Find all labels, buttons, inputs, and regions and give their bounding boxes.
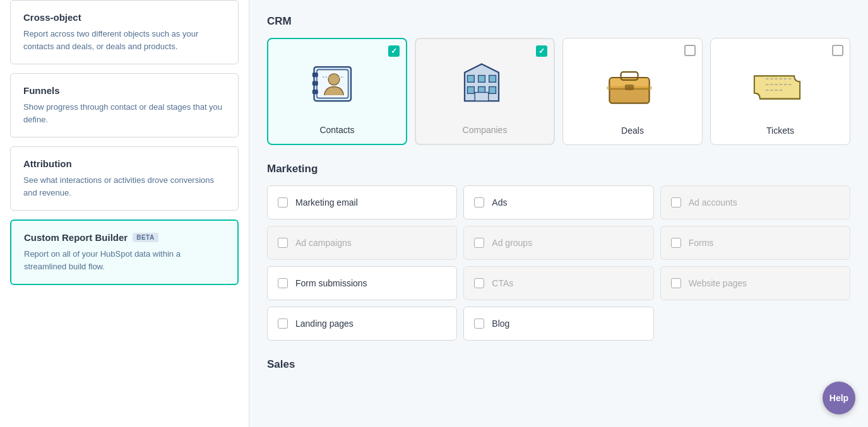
mkt-checkbox-ad-campaigns[interactable] — [278, 238, 288, 248]
mkt-card-ads[interactable]: Ads — [463, 185, 653, 219]
sidebar-card-desc-funnels: Show progress through contact or deal st… — [23, 101, 225, 126]
contacts-icon — [306, 56, 362, 112]
beta-badge: BETA — [133, 233, 158, 242]
mkt-card-marketing-email[interactable]: Marketing email — [267, 185, 457, 219]
svg-rect-15 — [475, 93, 489, 102]
crm-label-contacts: Contacts — [319, 125, 354, 135]
mkt-label-ctas: CTAs — [492, 278, 513, 288]
mkt-card-ctas: CTAs — [463, 266, 653, 300]
mkt-card-ad-groups: Ad groups — [463, 226, 653, 260]
mkt-card-blog[interactable]: Blog — [463, 307, 653, 341]
mkt-label-blog: Blog — [492, 319, 509, 329]
mkt-checkbox-blog[interactable] — [474, 319, 484, 329]
sidebar-card-desc-cross-object: Report across two different objects such… — [23, 28, 225, 52]
mkt-card-ad-accounts: Ad accounts — [660, 185, 850, 219]
mkt-card-website-pages: Website pages — [660, 266, 850, 300]
sidebar-card-custom-report-builder[interactable]: Custom Report Builder BETA Report on all… — [10, 219, 239, 285]
mkt-checkbox-forms[interactable] — [671, 238, 681, 248]
svg-rect-9 — [468, 76, 475, 83]
mkt-label-ad-accounts: Ad accounts — [689, 197, 737, 208]
mkt-card-forms: Forms — [660, 226, 850, 260]
crm-icon-contacts — [306, 56, 369, 119]
mkt-checkbox-ctas[interactable] — [474, 278, 484, 288]
mkt-card-landing-pages[interactable]: Landing pages — [267, 307, 457, 341]
help-button[interactable]: Help — [823, 382, 855, 414]
crm-icon-deals — [601, 56, 664, 119]
sidebar-card-title-cross-object: Cross-object — [23, 12, 225, 23]
tickets-icon — [749, 56, 806, 113]
crm-checkbox-contacts[interactable] — [388, 45, 400, 57]
sidebar-card-attribution[interactable]: Attribution See what interactions or act… — [10, 146, 239, 211]
marketing-grid: Marketing email Ads Ad accounts Ad campa… — [267, 185, 850, 341]
sidebar-card-title-custom-report-builder: Custom Report Builder BETA — [24, 232, 225, 243]
mkt-label-forms: Forms — [689, 238, 714, 248]
mkt-checkbox-ad-groups[interactable] — [474, 238, 484, 248]
svg-rect-10 — [479, 76, 485, 83]
mkt-label-ad-groups: Ad groups — [492, 238, 532, 248]
svg-rect-3 — [312, 81, 318, 86]
mkt-checkbox-ad-accounts[interactable] — [671, 197, 681, 208]
crm-grid: Contacts Companies Deals — [267, 38, 850, 145]
mkt-label-marketing-email: Marketing email — [295, 197, 358, 208]
companies-icon — [453, 56, 510, 112]
sidebar-card-title-attribution: Attribution — [23, 158, 225, 169]
mkt-card-form-submissions[interactable]: Form submissions — [267, 266, 457, 300]
crm-checkbox-companies[interactable] — [536, 45, 547, 57]
sidebar-card-desc-attribution: See what interactions or activities drov… — [23, 174, 225, 199]
mkt-checkbox-landing-pages[interactable] — [278, 319, 288, 329]
svg-point-5 — [328, 74, 340, 85]
svg-rect-2 — [312, 73, 318, 77]
deals-icon — [601, 56, 658, 113]
mkt-label-ad-campaigns: Ad campaigns — [295, 238, 352, 248]
crm-card-contacts[interactable]: Contacts — [267, 38, 407, 145]
sales-section-title: Sales — [267, 358, 850, 371]
mkt-card-ad-campaigns: Ad campaigns — [267, 226, 457, 260]
mkt-checkbox-website-pages[interactable] — [671, 278, 681, 288]
crm-checkbox-deals[interactable] — [684, 45, 696, 56]
crm-card-deals[interactable]: Deals — [562, 38, 703, 145]
crm-label-deals: Deals — [621, 126, 644, 136]
mkt-label-ads: Ads — [492, 197, 507, 208]
crm-checkbox-tickets[interactable] — [832, 45, 843, 56]
marketing-section-title: Marketing — [267, 163, 850, 175]
crm-icon-tickets — [749, 56, 812, 119]
mkt-label-website-pages: Website pages — [689, 278, 747, 288]
crm-icon-companies — [453, 56, 516, 119]
sidebar-card-title-funnels: Funnels — [23, 85, 225, 96]
crm-card-tickets[interactable]: Tickets — [710, 38, 850, 145]
mkt-label-form-submissions: Form submissions — [295, 278, 367, 288]
sidebar-card-desc-custom-report-builder: Report on all of your HubSpot data withi… — [24, 248, 225, 272]
svg-rect-11 — [489, 76, 496, 83]
svg-rect-12 — [468, 87, 475, 94]
crm-label-companies: Companies — [463, 125, 508, 135]
svg-rect-14 — [489, 87, 496, 94]
sidebar-card-cross-object[interactable]: Cross-object Report across two different… — [10, 0, 239, 64]
main-content: CRM Contacts Companies — [249, 0, 868, 427]
crm-label-tickets: Tickets — [766, 126, 794, 136]
mkt-checkbox-form-submissions[interactable] — [278, 278, 288, 288]
mkt-checkbox-marketing-email[interactable] — [278, 197, 288, 208]
mkt-label-landing-pages: Landing pages — [295, 319, 354, 329]
svg-rect-20 — [625, 85, 634, 90]
mkt-checkbox-ads[interactable] — [474, 197, 484, 208]
crm-card-companies: Companies — [415, 38, 555, 145]
sidebar-card-funnels[interactable]: Funnels Show progress through contact or… — [10, 73, 239, 137]
svg-rect-4 — [312, 90, 318, 94]
crm-section-title: CRM — [267, 15, 850, 28]
sidebar: Cross-object Report across two different… — [0, 0, 249, 427]
